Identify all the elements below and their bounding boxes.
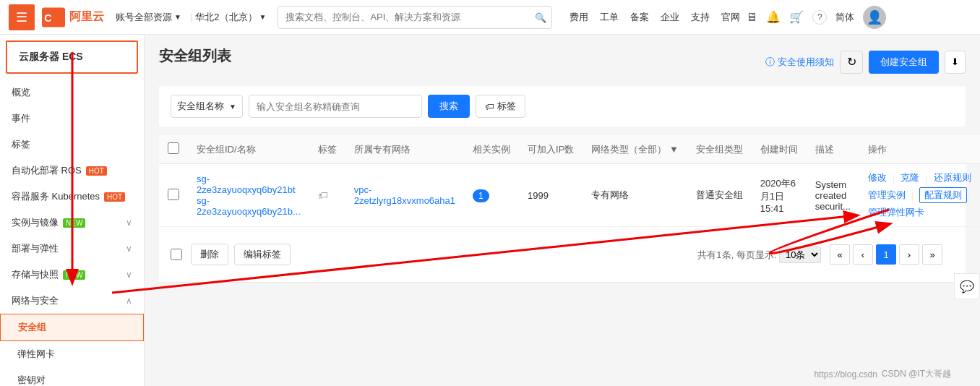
cart-icon[interactable]: 🛒 xyxy=(789,10,804,24)
sidebar-item-ros[interactable]: 自动化部署 ROS HOT xyxy=(0,158,144,184)
collapse-icon-instances: ∨ xyxy=(126,218,132,228)
sidebar-group-instances[interactable]: 实例与镜像 NEW ∨ xyxy=(0,210,144,236)
export-button[interactable]: ⬇ xyxy=(945,51,966,74)
action-config-rules[interactable]: 配置规则 xyxy=(919,187,967,203)
th-created-at: 创建时间 xyxy=(752,135,807,164)
help-notice-label: 安全使用须知 xyxy=(778,56,834,69)
td-vpc: vpc-2zetzlyrg18xvxmo6aha1 xyxy=(345,164,464,227)
td-id-name: sg-2ze3zayuoqxyq6by21bt sg-2ze3zayuoqxyq… xyxy=(188,164,309,227)
th-checkbox xyxy=(159,135,188,164)
lang-switch[interactable]: 简体 xyxy=(835,11,854,24)
help-notice-button[interactable]: ⓘ 安全使用须知 xyxy=(765,56,834,69)
right-fab: 💬 xyxy=(954,273,980,299)
nav-icons: 🖥 🔔 🛒 ? 简体 👤 xyxy=(746,6,886,29)
pagination-info: 共有1条, 每页显示: 10条 xyxy=(697,246,821,263)
sidebar-item-keypair[interactable]: 密钥对 xyxy=(0,367,144,386)
select-all-checkbox[interactable] xyxy=(168,142,179,154)
row-checkbox-1[interactable] xyxy=(168,189,179,200)
td-checkbox xyxy=(159,164,188,227)
sidebar-item-overview[interactable]: 概览 xyxy=(0,80,144,106)
sg-id-link[interactable]: sg-2ze3zayuoqxyq6by21bt xyxy=(197,173,296,195)
td-created-at: 2020年6月1日 15:41 xyxy=(752,164,807,227)
region-label: 华北2（北京） xyxy=(195,11,257,24)
search-input[interactable] xyxy=(278,6,552,29)
next-page-button[interactable]: › xyxy=(899,244,919,265)
sidebar-label-overview: 概览 xyxy=(12,86,30,99)
divider1: | xyxy=(893,173,895,184)
search-button[interactable]: 搜索 xyxy=(428,95,470,118)
sidebar-label-tags: 标签 xyxy=(12,138,30,151)
last-page-button[interactable]: » xyxy=(922,244,942,265)
sidebar-group-deploy[interactable]: 部署与弹性 ∨ xyxy=(0,236,144,262)
td-network-type: 专有网络 xyxy=(583,164,687,227)
sidebar-item-eni[interactable]: 弹性网卡 xyxy=(0,341,144,367)
badge-new-instances: NEW xyxy=(63,218,85,228)
tag-label-icon[interactable]: 🏷 xyxy=(318,189,328,201)
first-page-button[interactable]: « xyxy=(830,244,850,265)
sg-name-link[interactable]: sg-2ze3zayuoqxyq6by21b... xyxy=(197,195,301,217)
avatar[interactable]: 👤 xyxy=(863,6,886,29)
action-modify[interactable]: 修改 xyxy=(868,171,887,184)
divider2: | xyxy=(925,173,927,184)
ip-count-value: 1999 xyxy=(528,190,549,201)
th-actions: 操作 xyxy=(859,135,980,164)
current-page-button[interactable]: 1 xyxy=(876,244,896,265)
refresh-button[interactable]: ↻ xyxy=(840,51,863,74)
account-menu[interactable]: 账号全部资源 ▼ xyxy=(116,11,181,24)
prev-page-button[interactable]: ‹ xyxy=(853,244,873,265)
description-value: System created securit... xyxy=(815,179,851,212)
search-toolbar: 安全组名称 ▼ 搜索 🏷 标签 xyxy=(159,86,966,126)
sidebar-group-storage-label: 存储与快照 xyxy=(12,268,59,281)
action-manage-eni[interactable]: 管理弹性网卡 xyxy=(868,206,924,219)
create-security-group-button[interactable]: 创建安全组 xyxy=(869,51,939,74)
instance-count-badge: 1 xyxy=(473,189,489,202)
action-restore[interactable]: 还原规则 xyxy=(934,171,971,184)
sidebar-group-network[interactable]: 网络与安全 ∧ xyxy=(0,288,144,314)
sidebar-collapse-button[interactable]: ‹ xyxy=(144,196,145,225)
export-icon: ⬇ xyxy=(951,56,959,67)
th-instances: 相关实例 xyxy=(464,135,519,164)
page-header-right: ⓘ 安全使用须知 ↻ 创建安全组 ⬇ xyxy=(765,51,966,74)
filter-select[interactable]: 安全组名称 ▼ xyxy=(171,95,243,118)
main-layout: 云服务器 ECS 概览 事件 标签 自动化部署 ROS HOT 容器服务 Kub… xyxy=(0,35,980,386)
fab-chat-button[interactable]: 💬 xyxy=(954,273,980,299)
logo[interactable]: C 阿里云 xyxy=(42,7,104,27)
region-menu[interactable]: 华北2（北京） ▼ xyxy=(195,11,266,24)
nav-link-icp[interactable]: 备案 xyxy=(630,11,649,24)
edit-tag-button[interactable]: 编辑标签 xyxy=(234,244,291,265)
sidebar-label-ros: 自动化部署 ROS xyxy=(12,164,82,177)
nav-link-ticket[interactable]: 工单 xyxy=(600,11,619,24)
help-icon[interactable]: ? xyxy=(812,10,827,25)
bottom-checkbox[interactable] xyxy=(171,249,182,260)
security-group-table: 安全组ID/名称 标签 所属专有网络 相关实例 可加入IP数 xyxy=(159,135,980,227)
bell-icon[interactable]: 🔔 xyxy=(766,10,781,24)
nav-link-enterprise[interactable]: 企业 xyxy=(661,11,679,24)
sidebar-header[interactable]: 云服务器 ECS xyxy=(6,40,138,74)
region-chevron: ▼ xyxy=(259,13,267,21)
nav-link-support[interactable]: 支持 xyxy=(691,11,710,24)
action-clone[interactable]: 克隆 xyxy=(901,171,919,184)
avatar-icon: 👤 xyxy=(867,9,882,25)
td-tag: 🏷 xyxy=(309,164,345,227)
nav-divider1: | xyxy=(190,12,192,22)
search-input-field[interactable] xyxy=(249,95,422,118)
collapse-icon-deploy: ∨ xyxy=(126,244,132,254)
pagination: 共有1条, 每页显示: 10条 « ‹ 1 › » xyxy=(296,236,954,273)
monitor-icon[interactable]: 🖥 xyxy=(746,11,757,24)
page-size-select[interactable]: 10条 xyxy=(779,246,821,263)
sidebar-item-events[interactable]: 事件 xyxy=(0,106,144,132)
th-id-name: 安全组ID/名称 xyxy=(188,135,309,164)
sidebar-group-storage[interactable]: 存储与快照 NEW ∨ xyxy=(0,262,144,288)
sidebar-item-k8s[interactable]: 容器服务 Kubernetes HOT xyxy=(0,184,144,210)
nav-link-official[interactable]: 官网 xyxy=(721,11,740,24)
sidebar-group-network-label: 网络与安全 xyxy=(12,294,59,307)
table-bottom-toolbar: 删除 编辑标签 共有1条, 每页显示: 10条 « ‹ 1 › » xyxy=(159,227,966,283)
action-manage-instances[interactable]: 管理实例 xyxy=(868,189,906,202)
tag-filter-button[interactable]: 🏷 标签 xyxy=(476,95,525,118)
nav-link-fee[interactable]: 费用 xyxy=(569,11,588,24)
delete-button[interactable]: 删除 xyxy=(191,244,228,265)
vpc-link[interactable]: vpc-2zetzlyrg18xvxmo6aha1 xyxy=(354,184,455,206)
sidebar-item-security-group[interactable]: 安全组 xyxy=(0,314,144,341)
hamburger-button[interactable]: ☰ xyxy=(9,4,35,30)
sidebar-item-tags[interactable]: 标签 xyxy=(0,132,144,158)
